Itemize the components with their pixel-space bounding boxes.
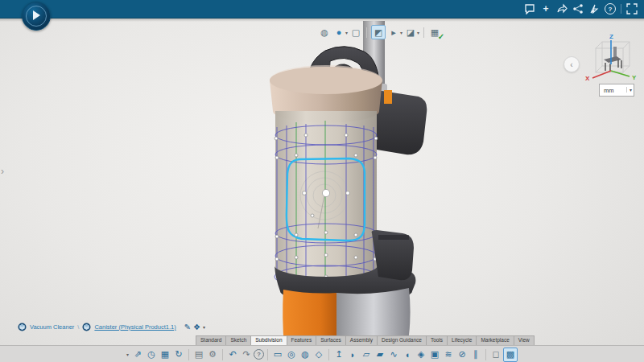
units-value: mm: [604, 87, 614, 94]
model-latch-button[interactable]: [384, 90, 392, 104]
selection-filter-icon[interactable]: ▸: [387, 26, 400, 39]
render-style-icon[interactable]: ●: [332, 26, 345, 39]
history-icon[interactable]: ◷: [145, 348, 158, 361]
mirror-planes-icon[interactable]: ∥: [469, 348, 482, 361]
toolbar-separator: [485, 349, 486, 360]
selection-filter-caret-icon[interactable]: ▾: [400, 30, 402, 35]
bottom-toolbar: ▾ ⇗ ◷ ▦ ↻ ▤ ⚙ ↶ ↷ ? ▭ ◎ ◍ ◇ ↥ ◗ ▱ ▰ ∿ ◖ …: [0, 345, 644, 362]
breadcrumb-root[interactable]: Vacuum Cleaner: [30, 323, 74, 331]
add-icon[interactable]: +: [540, 3, 551, 14]
undo-icon[interactable]: ↶: [226, 348, 239, 361]
assistant-icon[interactable]: [588, 3, 600, 14]
render-style-caret-icon[interactable]: ▾: [345, 30, 348, 35]
expander-arrow-icon: ›: [1, 166, 4, 177]
flex-icon[interactable]: ≋: [442, 348, 455, 361]
axis-y-label: Y: [632, 74, 637, 81]
primitive-sphere-icon[interactable]: ◍: [299, 348, 312, 361]
solid-icon[interactable]: ◈: [415, 348, 427, 361]
messages-icon[interactable]: [524, 3, 535, 14]
box-select-icon[interactable]: ▢: [349, 26, 362, 39]
show-cage-icon[interactable]: ▩: [503, 348, 518, 362]
viewport-3d-model[interactable]: [0, 0, 644, 362]
primitive-cylinder-icon[interactable]: ◎: [285, 348, 298, 361]
visibility-caret-icon[interactable]: ▾: [417, 30, 419, 35]
collapse-arrow-icon: ‹: [570, 60, 572, 69]
collaborate-icon[interactable]: [572, 3, 584, 14]
print-icon[interactable]: ▤: [192, 348, 205, 361]
chair-glyph: [604, 47, 621, 72]
toolbar-separator: [222, 349, 223, 360]
view-settings-icon[interactable]: ◍: [318, 26, 331, 39]
toolbar-separator: [267, 349, 268, 360]
thicken-icon[interactable]: ◖: [401, 348, 414, 361]
visibility-icon[interactable]: ◪: [404, 26, 417, 39]
model-side-knob-ridges: [378, 235, 409, 240]
compass-icon[interactable]: [22, 2, 51, 31]
model-canister-body[interactable]: [275, 111, 377, 285]
fullscreen-icon[interactable]: [626, 3, 638, 14]
share-icon[interactable]: [556, 3, 568, 14]
breadcrumb-tools: ✎ ❖ ▾: [184, 323, 205, 331]
offset-surface-icon[interactable]: ▱: [360, 348, 373, 361]
cube-wireframe: [596, 42, 630, 72]
select-through-icon[interactable]: ◩: [371, 25, 386, 39]
view-orientation-cube[interactable]: Z X Y: [583, 32, 639, 87]
axis-z-label: Z: [609, 33, 613, 40]
help-icon[interactable]: ?: [605, 3, 616, 14]
apps-icon[interactable]: ❖: [193, 323, 200, 331]
primitive-box-icon[interactable]: ▭: [271, 348, 284, 361]
units-dropdown[interactable]: mm ▾: [599, 84, 634, 97]
symmetry-icon[interactable]: ⊘: [456, 348, 469, 361]
toolbar-separator: [188, 349, 189, 360]
top-right-actions: + ?: [524, 0, 638, 18]
breadcrumb-separator: \: [77, 323, 79, 331]
action-bar-tabs: Standard Sketch Subdivision Features Sur…: [196, 335, 535, 345]
green-check-icon: ✓: [438, 32, 444, 41]
update-validate-icon[interactable]: ▦ ✓: [428, 26, 441, 39]
product-icon[interactable]: [82, 323, 91, 331]
boolean-icon[interactable]: ▣: [428, 348, 441, 361]
toolbar-separator: [366, 27, 367, 38]
sync-icon[interactable]: ↻: [172, 348, 185, 361]
edit-app-icon[interactable]: ✎: [184, 323, 191, 331]
export-icon[interactable]: ⇗: [131, 348, 144, 361]
view-toolbar: ◍ ● ▾ ▢ ◩ ▸ ▾ ◪ ▾ ▦ ✓: [318, 25, 441, 39]
surface-icon[interactable]: ◗: [346, 348, 359, 361]
compass-play-icon: [33, 10, 40, 20]
top-bar-shadow: [0, 19, 644, 22]
subdivide-icon[interactable]: ◇: [312, 348, 325, 361]
toolbar-separator: [423, 27, 424, 38]
app-window: 3S 3DEXPERIENCE | SOLIDWORKS 3D Sculptor…: [0, 0, 644, 362]
pull-face-icon[interactable]: ↥: [332, 348, 345, 361]
save-icon[interactable]: ▦: [159, 348, 171, 361]
display-box-icon[interactable]: ◻: [489, 348, 502, 361]
breadcrumb: Vacuum Cleaner \ Canister (Physical Prod…: [18, 321, 205, 332]
product-icon[interactable]: [18, 323, 27, 331]
toolbar-overflow-icon[interactable]: ▾: [126, 352, 129, 357]
redo-icon[interactable]: ↷: [240, 348, 253, 361]
units-caret-icon: ▾: [626, 87, 632, 93]
apps-caret-icon[interactable]: ▾: [203, 324, 205, 330]
topbar-separator: [621, 4, 621, 14]
toolbar-separator: [328, 349, 329, 360]
toolbar-help-icon[interactable]: ?: [254, 349, 264, 360]
axis-x-label: X: [585, 75, 590, 82]
settings-icon[interactable]: ⚙: [206, 348, 219, 361]
bend-icon[interactable]: ∿: [387, 348, 400, 361]
breadcrumb-active-link[interactable]: Canister (Physical Product1.1): [94, 323, 175, 331]
fill-face-icon[interactable]: ▰: [374, 348, 386, 361]
collapse-panel-button[interactable]: ‹: [564, 56, 580, 72]
expand-left-panel-button[interactable]: ›: [1, 166, 4, 177]
